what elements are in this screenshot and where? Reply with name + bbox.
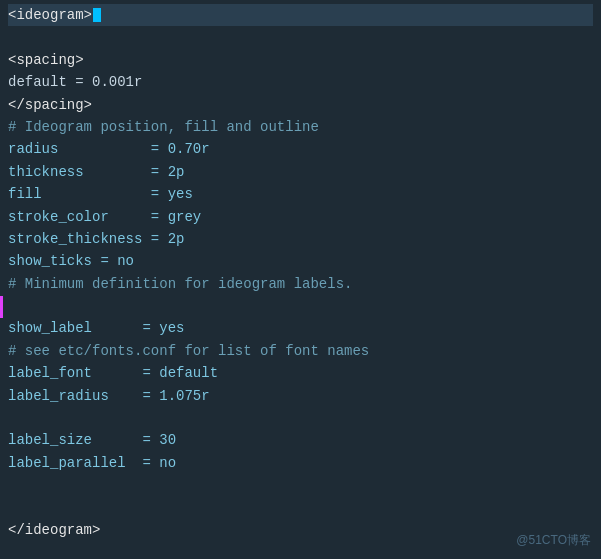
ideogram-close-tag: </ideogram>: [8, 522, 100, 538]
code-line-6: # Ideogram position, fill and outline: [8, 116, 593, 138]
code-line-5: </spacing>: [8, 94, 593, 116]
show-ticks-key: show_ticks = no: [8, 253, 134, 269]
spacing-close-tag: </spacing>: [8, 97, 92, 113]
code-line-15: show_label = yes: [8, 317, 593, 339]
thickness-key: thickness = 2p: [8, 164, 184, 180]
cursor: [93, 8, 101, 22]
code-line-8: thickness = 2p: [8, 161, 593, 183]
code-line-3: <spacing>: [8, 49, 593, 71]
code-line-17: label_font = default: [8, 362, 593, 384]
code-line-18: label_radius = 1.075r: [8, 385, 593, 407]
fill-key: fill = yes: [8, 186, 193, 202]
code-line-16: # see etc/fonts.conf for list of font na…: [8, 340, 593, 362]
label-font-key: label_font = default: [8, 365, 218, 381]
code-line-24: </ideogram>: [8, 519, 593, 541]
label-size-key: label_size = 30: [8, 432, 176, 448]
code-line-10: stroke_color = grey: [8, 206, 593, 228]
tag-text: <ideogram>: [8, 7, 92, 23]
stroke-color-key: stroke_color = grey: [8, 209, 201, 225]
code-line-23: [8, 497, 593, 519]
label-radius-key: label_radius = 1.075r: [8, 388, 210, 404]
code-line-19: [8, 407, 593, 429]
watermark: @51CTO博客: [516, 532, 591, 549]
spacing-open-tag: <spacing>: [8, 52, 84, 68]
default-value: default = 0.001r: [8, 74, 142, 90]
code-line-7: radius = 0.70r: [8, 138, 593, 160]
comment-ideogram: # Ideogram position, fill and outline: [8, 119, 319, 135]
code-line-20: label_size = 30: [8, 429, 593, 451]
comment-min: # Minimum definition for ideogram labels…: [8, 276, 352, 292]
radius-key: radius = 0.70r: [8, 141, 210, 157]
code-line-11: stroke_thickness = 2p: [8, 228, 593, 250]
left-bar: [0, 0, 3, 559]
accent-bar: [0, 296, 3, 318]
code-line-2: [8, 26, 593, 48]
code-line-13: # Minimum definition for ideogram labels…: [8, 273, 593, 295]
label-parallel-key: label_parallel = no: [8, 455, 176, 471]
code-line-21: label_parallel = no: [8, 452, 593, 474]
code-line-9: fill = yes: [8, 183, 593, 205]
code-editor: <ideogram> <spacing> default = 0.001r </…: [0, 0, 601, 559]
code-line-12: show_ticks = no: [8, 250, 593, 272]
code-line-22: [8, 474, 593, 496]
comment-fonts: # see etc/fonts.conf for list of font na…: [8, 343, 369, 359]
code-line-4: default = 0.001r: [8, 71, 593, 93]
show-label-key: show_label = yes: [8, 320, 184, 336]
code-line-1: <ideogram>: [8, 4, 593, 26]
stroke-thickness-key: stroke_thickness = 2p: [8, 231, 184, 247]
code-line-14: [8, 295, 593, 317]
